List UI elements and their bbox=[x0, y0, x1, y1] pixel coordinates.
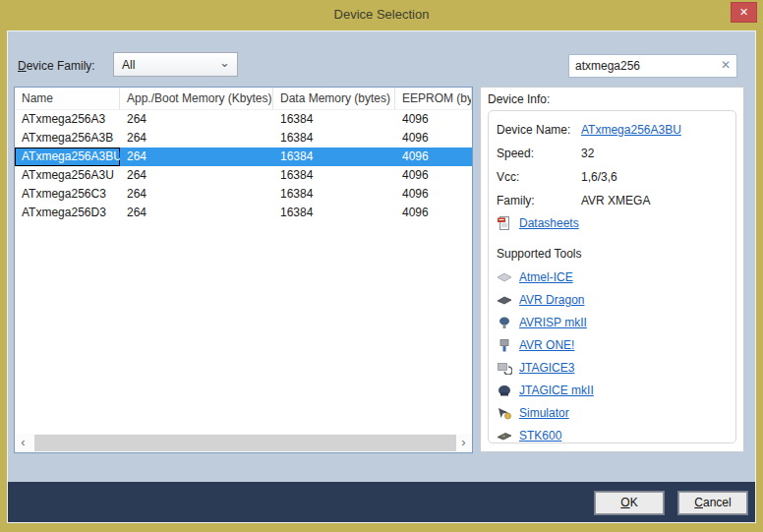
table-row-selected[interactable]: ATxmega256A3BU 264 16384 4096 bbox=[15, 148, 472, 166]
device-family-label: Device Family: bbox=[18, 59, 95, 73]
horizontal-scrollbar[interactable]: ‹ › bbox=[15, 434, 472, 452]
scrollbar-thumb[interactable] bbox=[34, 435, 456, 451]
speed-label: Speed: bbox=[497, 147, 581, 160]
cell-data-memory: 16384 bbox=[273, 204, 395, 222]
table-row[interactable]: ATxmega256A3U 264 16384 4096 bbox=[15, 166, 472, 185]
cell-app-boot: 264 bbox=[120, 166, 273, 185]
table-header: Name App./Boot Memory (Kbytes) Data Memo… bbox=[15, 88, 472, 110]
tool-link-atmel-ice[interactable]: Atmel-ICE bbox=[519, 270, 573, 284]
vcc-label: Vcc: bbox=[497, 170, 581, 184]
family-value: AVR XMEGA bbox=[581, 194, 650, 207]
table-row[interactable]: ATxmega256A3 264 16384 4096 bbox=[15, 110, 472, 129]
ok-label-rest: K bbox=[630, 496, 638, 509]
scroll-left-icon[interactable]: ‹ bbox=[15, 434, 31, 452]
column-header-eeprom[interactable]: EEPROM (bytes) bbox=[395, 88, 472, 109]
device-family-label-mnemonic: D bbox=[18, 59, 27, 73]
tool-link-jtagice-mkii[interactable]: JTAGICE mkII bbox=[519, 384, 594, 397]
tool-item: JTAGICE mkII bbox=[497, 379, 732, 401]
speed-value: 32 bbox=[581, 147, 594, 160]
speed-field: Speed: 32 bbox=[497, 142, 732, 165]
family-label: Family: bbox=[497, 194, 581, 207]
device-info-title: Device Info: bbox=[488, 92, 550, 106]
dialog-body: Device Family: All ⌄ ✕ Name App./Boot Me… bbox=[7, 30, 756, 523]
window-title: Device Selection bbox=[0, 0, 763, 30]
device-name-link[interactable]: ATxmega256A3BU bbox=[581, 123, 681, 137]
cell-data-memory: 16384 bbox=[273, 166, 395, 185]
cell-app-boot: 264 bbox=[120, 110, 273, 129]
cell-eeprom: 4096 bbox=[395, 110, 472, 129]
footer-bar: OK Cancel bbox=[8, 482, 755, 522]
tool-link-avr-one[interactable]: AVR ONE! bbox=[519, 338, 574, 352]
jtagice3-icon bbox=[497, 361, 512, 375]
cancel-label-mnemonic: C bbox=[694, 496, 703, 509]
avr-one-icon bbox=[497, 338, 512, 352]
cell-data-memory: 16384 bbox=[273, 148, 395, 166]
ok-label-mnemonic: O bbox=[620, 496, 629, 509]
cell-eeprom: 4096 bbox=[395, 129, 472, 148]
tool-link-avr-dragon[interactable]: AVR Dragon bbox=[519, 293, 584, 307]
column-header-data-memory[interactable]: Data Memory (bytes) bbox=[273, 88, 395, 109]
device-name-label: Device Name: bbox=[497, 123, 581, 137]
titlebar[interactable]: Device Selection ✕ bbox=[0, 0, 763, 30]
table-row[interactable]: ATxmega256C3 264 16384 4096 bbox=[15, 185, 472, 204]
atmel-ice-icon bbox=[497, 270, 512, 284]
cell-app-boot: 264 bbox=[120, 185, 273, 204]
cell-eeprom: 4096 bbox=[395, 204, 472, 222]
cell-name: ATxmega256A3U bbox=[15, 166, 120, 185]
datasheets-row: Datasheets bbox=[497, 212, 732, 234]
cell-app-boot: 264 bbox=[120, 204, 273, 222]
device-family-value: All bbox=[122, 58, 135, 72]
tool-link-jtagice3[interactable]: JTAGICE3 bbox=[519, 361, 574, 375]
avr-dragon-icon bbox=[497, 293, 512, 307]
cell-name: ATxmega256D3 bbox=[15, 204, 120, 222]
cell-name: ATxmega256A3BU bbox=[15, 148, 120, 166]
device-family-select[interactable]: All ⌄ bbox=[113, 52, 238, 77]
tool-item: JTAGICE3 bbox=[497, 356, 732, 379]
cell-data-memory: 16384 bbox=[273, 110, 395, 129]
tool-item: AVRISP mkII bbox=[497, 311, 732, 333]
cell-data-memory: 16384 bbox=[273, 185, 395, 204]
cell-data-memory: 16384 bbox=[273, 129, 395, 148]
tool-link-stk600[interactable]: STK600 bbox=[519, 429, 561, 443]
family-field: Family: AVR XMEGA bbox=[497, 189, 732, 212]
cell-eeprom: 4096 bbox=[395, 166, 472, 185]
table-row[interactable]: ATxmega256D3 264 16384 4096 bbox=[15, 204, 472, 222]
search-box: ✕ bbox=[568, 54, 737, 78]
cell-app-boot: 264 bbox=[120, 129, 273, 148]
clear-search-icon[interactable]: ✕ bbox=[721, 58, 731, 72]
chevron-down-icon: ⌄ bbox=[219, 55, 230, 70]
stk600-icon bbox=[497, 429, 512, 443]
datasheets-link[interactable]: Datasheets bbox=[519, 216, 579, 230]
cancel-label-rest: ancel bbox=[703, 496, 732, 509]
cell-name: ATxmega256A3 bbox=[15, 110, 120, 129]
tool-item: Atmel-ICE bbox=[497, 266, 732, 288]
tool-link-avrisp-mkii[interactable]: AVRISP mkII bbox=[519, 316, 587, 329]
search-input[interactable] bbox=[575, 55, 713, 77]
cell-name: ATxmega256C3 bbox=[15, 185, 120, 204]
scroll-right-icon[interactable]: › bbox=[455, 434, 472, 452]
cell-app-boot: 264 bbox=[120, 148, 273, 166]
close-icon: ✕ bbox=[739, 6, 748, 18]
vcc-value: 1,6/3,6 bbox=[581, 170, 617, 184]
avrisp-mkii-icon bbox=[497, 316, 512, 329]
tool-link-simulator[interactable]: Simulator bbox=[519, 406, 569, 420]
supported-tools-title: Supported Tools bbox=[497, 247, 732, 266]
column-header-app-boot-memory[interactable]: App./Boot Memory (Kbytes) bbox=[120, 88, 273, 109]
vcc-field: Vcc: 1,6/3,6 bbox=[497, 165, 732, 189]
device-selection-dialog: Device Selection ✕ Device Family: All ⌄ … bbox=[0, 0, 763, 532]
cell-eeprom: 4096 bbox=[395, 148, 472, 166]
column-header-name[interactable]: Name bbox=[15, 88, 120, 109]
tool-item: Simulator bbox=[497, 401, 732, 424]
device-info-panel: Device Info: Device Name: ATxmega256A3BU… bbox=[480, 87, 744, 452]
ok-button[interactable]: OK bbox=[595, 492, 664, 514]
cell-eeprom: 4096 bbox=[395, 185, 472, 204]
table-row[interactable]: ATxmega256A3B 264 16384 4096 bbox=[15, 129, 472, 148]
cancel-button[interactable]: Cancel bbox=[678, 492, 747, 514]
close-button[interactable]: ✕ bbox=[731, 2, 757, 23]
simulator-icon bbox=[497, 406, 512, 420]
device-table: Name App./Boot Memory (Kbytes) Data Memo… bbox=[14, 87, 473, 453]
cell-name: ATxmega256A3B bbox=[15, 129, 120, 148]
pdf-datasheet-icon bbox=[497, 215, 512, 231]
tool-item: AVR Dragon bbox=[497, 288, 732, 311]
tool-item: AVR ONE! bbox=[497, 333, 732, 356]
